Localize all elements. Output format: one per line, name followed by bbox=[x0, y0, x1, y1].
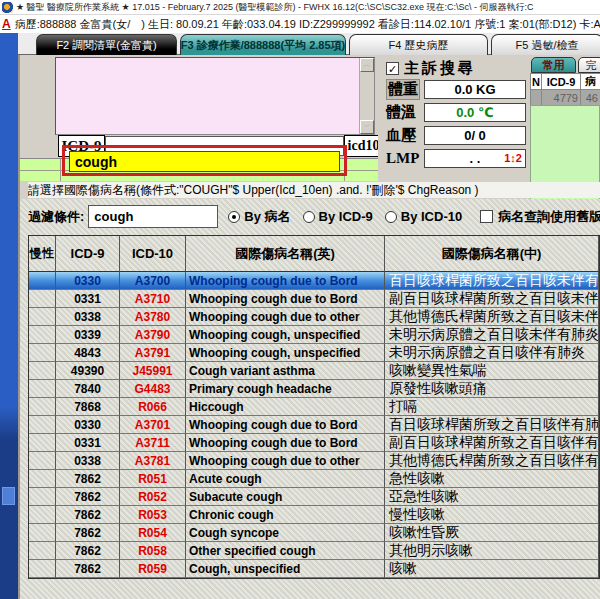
table-row[interactable]: 0338 A3780 Whooping cough due to other 其… bbox=[29, 308, 599, 326]
weight-field[interactable]: 0.0 KG bbox=[424, 80, 526, 99]
active-search-highlight: cough bbox=[62, 145, 347, 176]
quick-table-row[interactable]: 4779 46 bbox=[530, 90, 600, 105]
table-row[interactable]: 7840 G4483 Primary cough headache 原發性咳嗽頭… bbox=[29, 380, 599, 398]
blood-pressure-field[interactable]: 0/ 0 bbox=[424, 126, 526, 145]
table-row[interactable]: 7862 R053 Chronic cough 慢性咳嗽 bbox=[29, 506, 599, 524]
radio-icon bbox=[385, 211, 397, 223]
lmp-label: LMP bbox=[386, 150, 424, 167]
quick-icd-panel: 常用 完 N ICD-9 病 4779 46 bbox=[530, 55, 600, 200]
legacy-icd9-checkbox[interactable]: 病名查詢使用舊版ICD-9 bbox=[480, 208, 600, 226]
quick-table-header: N ICD-9 病 bbox=[530, 73, 600, 90]
lmp-value: . . bbox=[470, 151, 481, 166]
desktop-shortcut-icon bbox=[2, 487, 15, 505]
selection-prompt: 請選擇國際傷病名稱(條件式:"COUGH"$ Upper(Icd_10en) .… bbox=[28, 182, 600, 198]
radio-icon bbox=[303, 211, 315, 223]
checkbox-checked-icon: ✓ bbox=[386, 62, 399, 75]
patient-info-bar: A 病歷:888888 金富貴(女/ ) 生日: 80.09.21 年齡:033… bbox=[0, 15, 600, 33]
tab-common-codes[interactable]: 常用 bbox=[531, 57, 576, 73]
table-row[interactable]: 49390 J45991 Cough variant asthma 咳嗽變異性氣… bbox=[29, 362, 599, 380]
icd-search-dialog: 過濾條件: cough By 病名 By ICD-9 By ICD-10 病名查… bbox=[20, 199, 600, 599]
window-title: ★ 醫聖 醫療院所作業系統 ★ 17.015 - February.7 2025… bbox=[16, 1, 534, 14]
table-row[interactable]: 0338 A3781 Whooping cough due to other 其… bbox=[29, 452, 599, 470]
tab-f5-allergy[interactable]: F5 過敏/檢查 bbox=[491, 34, 600, 55]
tab-f2-chart-list[interactable]: F2 調閱清單(金富貴) bbox=[36, 34, 177, 55]
radio-by-icd9[interactable]: By ICD-9 bbox=[303, 209, 373, 224]
temperature-field[interactable]: 0.0 ℃ bbox=[424, 103, 526, 122]
scroll-down-icon[interactable]: ﹀ bbox=[360, 120, 374, 134]
icd-results-table: 慢性 ICD-9 ICD-10 國際傷病名稱(英) 國際傷病名稱(中) 0330… bbox=[28, 235, 600, 579]
tab-f4-history[interactable]: F4 歷史病歷 bbox=[349, 34, 488, 55]
table-row[interactable]: 0331 A3710 Whooping cough due to Bord 副百… bbox=[29, 290, 599, 308]
desktop-background-strip bbox=[0, 33, 18, 599]
table-row[interactable]: 0331 A3711 Whooping cough due to Bord 副百… bbox=[29, 434, 599, 452]
radio-by-icd10[interactable]: By ICD-10 bbox=[385, 209, 462, 224]
icd-table-head: 慢性 ICD-9 ICD-10 國際傷病名稱(英) 國際傷病名稱(中) bbox=[29, 236, 599, 272]
filter-label: 過濾條件: bbox=[28, 208, 84, 226]
table-row[interactable]: 7868 R066 Hiccough 打嗝 bbox=[29, 398, 599, 416]
table-row[interactable]: 0330 A3700 Whooping cough due to Bord 百日… bbox=[29, 272, 599, 290]
table-row[interactable]: 7862 R054 Cough syncope 咳嗽性昏厥 bbox=[29, 524, 599, 542]
chief-search-checkbox[interactable]: ✓ 主訴搜尋 bbox=[386, 59, 476, 78]
app-logo-icon bbox=[2, 2, 13, 13]
table-row[interactable]: 7862 R052 Subacute cough 亞急性咳嗽 bbox=[29, 488, 599, 506]
vitals-panel: ✓ 主訴搜尋 體重 0.0 KG 體溫 0.0 ℃ 血壓 0/ 0 LMP . … bbox=[378, 55, 530, 200]
chief-search-label: 主訴搜尋 bbox=[404, 59, 476, 78]
table-row[interactable]: 7862 R051 Acute cough 急性咳嗽 bbox=[29, 470, 599, 488]
weight-label: 體重 bbox=[386, 79, 420, 100]
table-row[interactable]: 7862 R058 Other specified cough 其他明示咳嗽 bbox=[29, 542, 599, 560]
icd-table-body: 0330 A3700 Whooping cough due to Bord 百日… bbox=[29, 272, 599, 578]
disease-search-input[interactable]: cough bbox=[69, 151, 340, 172]
chief-complaint-memo[interactable]: ︿ ﹀ bbox=[55, 57, 375, 135]
tab-f3-treatment[interactable]: F3 診療作業/888888(平均 2.85項) bbox=[180, 34, 346, 55]
legacy-icd9-label: 病名查詢使用舊版ICD-9 bbox=[498, 208, 600, 226]
table-row[interactable]: 7862 R059 Cough, unspecified 咳嗽 bbox=[29, 560, 599, 578]
function-tab-bar: F2 調閱清單(金富貴) F3 診療作業/888888(平均 2.85項) F4… bbox=[0, 33, 600, 55]
radio-by-disease-name[interactable]: By 病名 bbox=[228, 208, 290, 226]
date-spinner-icon[interactable]: 1↕2 bbox=[504, 152, 522, 164]
checkbox-unchecked-icon bbox=[480, 210, 493, 223]
radio-icon bbox=[228, 211, 240, 223]
temperature-label: 體溫 bbox=[386, 103, 424, 122]
lmp-field[interactable]: . . 1↕2 bbox=[424, 149, 526, 168]
scroll-up-icon[interactable]: ︿ bbox=[360, 58, 374, 72]
tab-quick-second[interactable]: 完 bbox=[578, 57, 600, 73]
memo-scrollbar[interactable]: ︿ ﹀ bbox=[359, 58, 374, 134]
blood-pressure-label: 血壓 bbox=[386, 126, 424, 145]
table-row[interactable]: 0330 A3701 Whooping cough due to Bord 百日… bbox=[29, 416, 599, 434]
app-window: ★ 醫聖 醫療院所作業系統 ★ 17.015 - February.7 2025… bbox=[0, 0, 600, 599]
table-row[interactable]: 4843 A3791 Whooping cough, unspecified 未… bbox=[29, 344, 599, 362]
table-row[interactable]: 0339 A3790 Whooping cough, unspecified 未… bbox=[29, 326, 599, 344]
filter-input[interactable]: cough bbox=[88, 205, 218, 228]
hotkey-a-label: A bbox=[2, 17, 11, 31]
filter-row: 過濾條件: cough By 病名 By ICD-9 By ICD-10 病名查… bbox=[28, 205, 600, 228]
title-bar: ★ 醫聖 醫療院所作業系統 ★ 17.015 - February.7 2025… bbox=[0, 0, 600, 15]
patient-info-text: 病歷:888888 金富貴(女/ ) 生日: 80.09.21 年齡:033.0… bbox=[15, 17, 600, 32]
